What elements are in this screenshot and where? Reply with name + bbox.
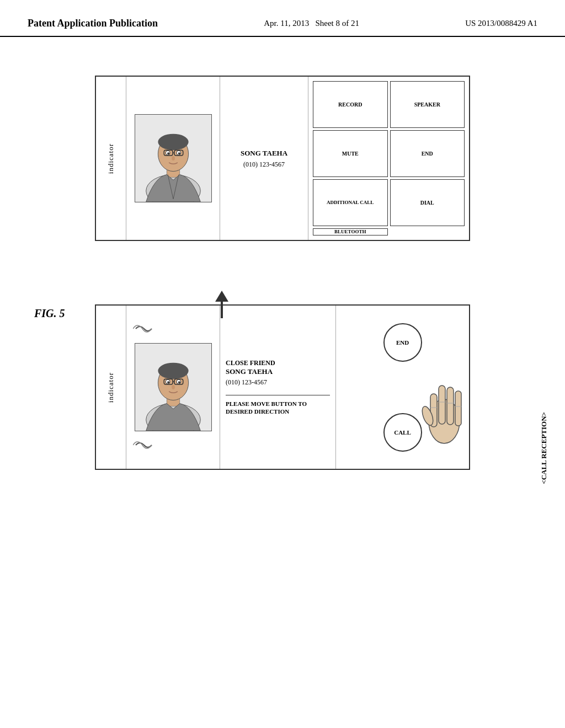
svg-rect-30 — [455, 391, 461, 426]
call-buttons-grid: RECORD SPEAKER MUTE END ADDITIONAL CALL … — [308, 77, 469, 240]
page-header: Patent Application Publication Apr. 11, … — [0, 0, 565, 37]
publication-info: Apr. 11, 2013 Sheet 8 of 21 — [264, 17, 359, 30]
svg-point-25 — [172, 385, 175, 389]
hand-gesture-svg — [408, 306, 469, 471]
contact-type-label: CLOSE FRIEND — [226, 359, 275, 368]
call-end-area: END CALL — [336, 306, 469, 469]
arrow-head — [215, 291, 228, 302]
contact-info-bottom: CLOSE FRIEND SONG TAEHA (010) 123-4567 P… — [220, 306, 336, 469]
svg-point-6 — [167, 152, 169, 154]
bluetooth-button[interactable]: BLUETOOTH — [313, 228, 388, 235]
dial-button[interactable]: DIAL — [390, 179, 465, 226]
contact-photo-bottom — [126, 306, 220, 469]
mute-button[interactable]: MUTE — [313, 130, 388, 177]
svg-point-3 — [158, 134, 188, 151]
svg-point-20 — [167, 381, 169, 383]
incoming-call-panel: indicator — [95, 304, 470, 470]
svg-point-11 — [172, 156, 175, 160]
instruction-label: PLEASE MOVE BUTTON TO DESIRED DIRECTION — [226, 395, 330, 416]
speaker-button[interactable]: SPEAKER — [390, 81, 465, 128]
arrow-shaft — [221, 302, 223, 318]
indicator-col-top: indicator — [96, 77, 126, 240]
sound-wave-bottom — [133, 438, 152, 452]
indicator-label-top: indicator — [106, 143, 115, 174]
sound-wave-top — [133, 322, 152, 336]
figure-label: FIG. 5 — [34, 307, 65, 320]
indicator-label-bottom: indicator — [106, 372, 115, 403]
contact-number-bottom: (010) 123-4567 — [226, 378, 267, 387]
contact-name-bottom: SONG TAEHA — [226, 367, 273, 377]
active-call-panel: indicator — [95, 76, 470, 241]
patent-type-label: Patent Application Publication — [28, 17, 158, 30]
patent-number: US 2013/0088429 A1 — [465, 17, 537, 30]
svg-point-17 — [158, 363, 188, 379]
end-button[interactable]: END — [390, 130, 465, 177]
indicator-col-bottom: indicator — [96, 306, 126, 469]
person-svg-bottom — [135, 344, 211, 431]
photo-box-top — [135, 114, 212, 202]
contact-number-top: (010) 123-4567 — [243, 160, 285, 169]
additional-call-button[interactable]: ADDITIONAL CALL — [313, 179, 388, 226]
svg-rect-28 — [439, 386, 445, 424]
photo-box-bottom — [135, 343, 212, 431]
main-content: FIG. 5 <CALL RECEPTION> indicator — [0, 37, 565, 699]
contact-info-top: SONG TAEHA (010) 123-4567 — [220, 77, 308, 240]
record-button[interactable]: RECORD — [313, 81, 388, 128]
svg-rect-29 — [447, 387, 454, 425]
person-svg-top — [135, 115, 211, 202]
svg-point-7 — [178, 152, 180, 154]
svg-point-21 — [178, 381, 180, 383]
call-reception-label: <CALL RECEPTION> — [540, 412, 548, 484]
contact-photo-top — [126, 77, 220, 240]
contact-name-top: SONG TAEHA — [241, 148, 287, 158]
